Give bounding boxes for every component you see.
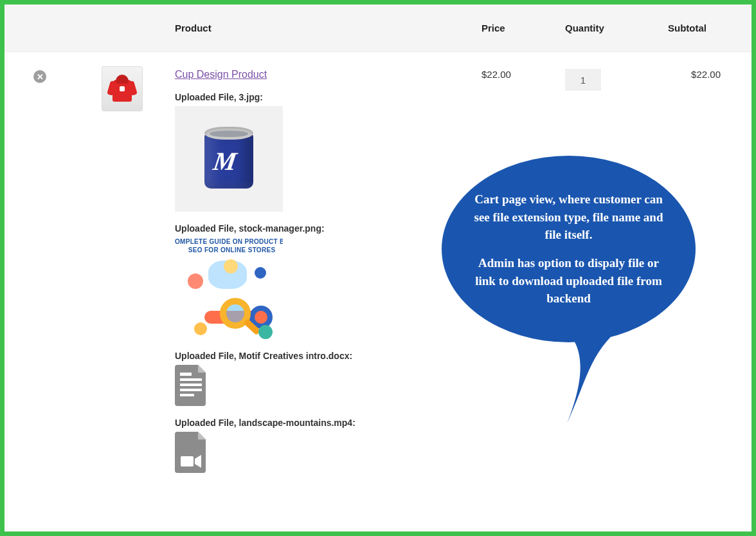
header-subtotal: Subtotal: [662, 5, 752, 52]
uploaded-file-label: Uploaded File, stock-manager.png:: [175, 223, 469, 234]
remove-item-button[interactable]: ✕: [33, 70, 46, 83]
paint-can-icon: M: [197, 120, 261, 198]
seo-illustration-icon: [183, 261, 275, 334]
header-quantity: Quantity: [559, 5, 662, 52]
uploaded-file-preview-doc[interactable]: [175, 365, 208, 406]
svg-rect-3: [180, 389, 202, 391]
header-price: Price: [475, 5, 559, 52]
hoodie-icon: [109, 73, 136, 104]
svg-rect-2: [180, 384, 202, 386]
svg-rect-5: [181, 456, 194, 467]
header-product: Product: [168, 5, 475, 52]
product-name-link[interactable]: Cup Design Product: [175, 69, 267, 80]
document-file-icon: [175, 365, 208, 406]
svg-rect-4: [180, 394, 194, 396]
uploaded-file-label: Uploaded File, Motif Creatives intro.doc…: [175, 351, 469, 361]
uploaded-file-preview-image[interactable]: OMPLETE GUIDE ON PRODUCT BA SEO FOR ONLI…: [175, 234, 283, 339]
frame: Product Price Quantity Subtotal ✕: [0, 0, 756, 536]
uploaded-file-preview-video[interactable]: [175, 432, 208, 473]
uploaded-file-label: Uploaded File, 3.jpg:: [175, 92, 469, 102]
seo-preview-title: OMPLETE GUIDE ON PRODUCT BA SEO FOR ONLI…: [175, 237, 283, 254]
uploaded-file-label: Uploaded File, landscape-mountains.mp4:: [175, 418, 469, 428]
uploaded-file-preview-image[interactable]: M: [175, 106, 283, 212]
quantity-input[interactable]: 1: [565, 69, 601, 91]
callout-text-1: Cart page view, where customer can see f…: [469, 190, 669, 244]
callout-bubble: Cart page view, where customer can see f…: [442, 156, 696, 342]
header-thumb: [75, 5, 168, 52]
header-remove: [4, 5, 75, 52]
product-thumbnail[interactable]: [102, 66, 143, 111]
close-icon: ✕: [37, 72, 44, 82]
svg-rect-1: [180, 378, 202, 381]
video-file-icon: [175, 432, 208, 473]
callout-text-2: Admin has option to dispaly file or link…: [469, 254, 669, 308]
svg-rect-0: [180, 373, 192, 376]
